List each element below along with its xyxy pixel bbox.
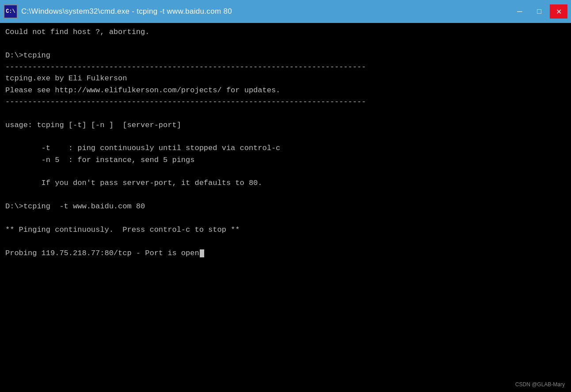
title-bar-left: C:\ C:\Windows\system32\cmd.exe - tcping… [4, 4, 232, 19]
minimize-button[interactable]: ─ [511, 4, 529, 19]
title-bar: C:\ C:\Windows\system32\cmd.exe - tcping… [0, 0, 571, 23]
window-controls: ─ □ ✕ [511, 4, 567, 19]
terminal-cursor [200, 249, 204, 257]
terminal-output: Could not find host ?, aborting. D:\>tcp… [5, 26, 566, 259]
watermark: CSDN @GLAB-Mary [515, 381, 565, 388]
cmd-icon: C:\ [4, 4, 18, 19]
maximize-button[interactable]: □ [530, 4, 548, 19]
window-title: C:\Windows\system32\cmd.exe - tcping -t … [21, 7, 232, 16]
close-button[interactable]: ✕ [550, 4, 567, 19]
window: C:\ C:\Windows\system32\cmd.exe - tcping… [0, 0, 571, 392]
terminal-body: Could not find host ?, aborting. D:\>tcp… [0, 23, 571, 392]
